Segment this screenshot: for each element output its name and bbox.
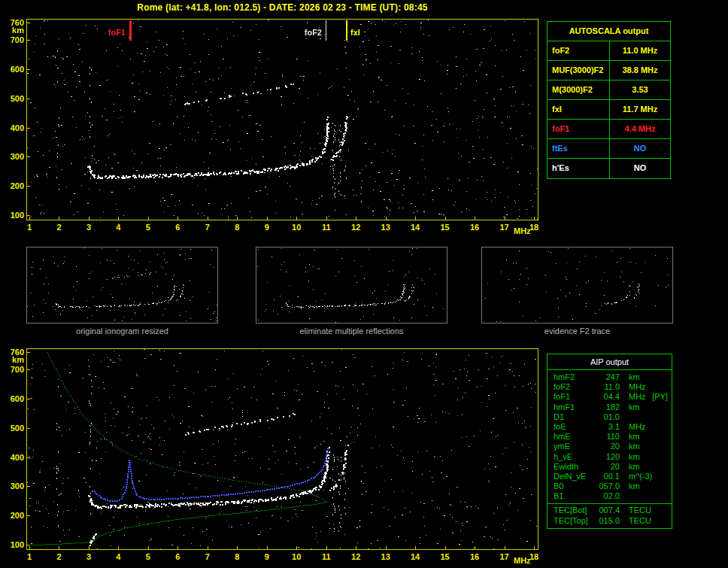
- parameter-value: 20: [593, 442, 620, 451]
- parameter-unit: [620, 412, 629, 422]
- thumbnail-caption-f2trace: evidence F2 trace: [481, 327, 673, 336]
- foF1-marker-label: foF1: [97, 28, 126, 37]
- aip-row-ymE: ymE20km: [548, 442, 672, 451]
- parameter-value: 20: [593, 462, 620, 472]
- profile-plot: [26, 348, 538, 550]
- x-axis-tick-label: 13: [381, 552, 390, 561]
- x-axis-tick-label: 16: [470, 552, 479, 561]
- x-axis-tick-label: 2: [56, 223, 61, 232]
- parameter-label: hmF2: [548, 372, 593, 382]
- y-axis-tick-label: 400: [2, 123, 24, 132]
- parameter-label: h_vE: [548, 452, 593, 462]
- parameter-label: ymE: [548, 442, 593, 451]
- autoscala-output-panel: AUTOSCALA output foF211.0 MHzMUF(3000)F2…: [547, 21, 671, 179]
- foF2-marker-label: foF2: [293, 28, 322, 37]
- parameter-label: TEC[Bot]: [548, 506, 593, 515]
- parameter-label: Ewidth: [548, 462, 593, 472]
- parameter-unit: km: [620, 442, 640, 451]
- x-axis-tick-label: 4: [116, 552, 120, 561]
- autoscala-row-foF1: foF14.4 MHz: [548, 120, 670, 139]
- parameter-value: NO: [610, 159, 670, 178]
- autoscala-row-foF2: foF211.0 MHz: [548, 41, 670, 61]
- y-axis-tick-label: 300: [2, 481, 24, 491]
- aip-row-foF2: foF211.0MHz: [548, 382, 672, 392]
- parameter-unit: MHz: [620, 422, 646, 432]
- parameter-unit: km: [620, 402, 640, 412]
- thumbnail-multiples-removed: [256, 247, 447, 323]
- y-axis-tick-label: 400: [2, 453, 24, 462]
- autoscala-row-h'Es: h'EsNO: [548, 159, 670, 178]
- x-axis-tick-label: 10: [292, 223, 301, 232]
- y-axis-tick-label: 200: [2, 181, 24, 190]
- parameter-label: hmE: [548, 432, 593, 442]
- fxI-marker-label: fxI: [350, 28, 360, 37]
- parameter-value: 02.0: [593, 491, 620, 501]
- x-axis-tick-label: 7: [205, 223, 210, 232]
- y-axis-unit-label: km: [2, 355, 24, 364]
- parameter-label: fxI: [548, 100, 610, 119]
- parameter-value: 01.0: [593, 412, 620, 422]
- parameter-label: foF2: [548, 382, 593, 392]
- parameter-unit: km: [620, 481, 640, 491]
- parameter-label: D1: [548, 412, 593, 422]
- parameter-label: MUF(3000)F2: [548, 61, 610, 80]
- parameter-label: foF1: [548, 392, 593, 402]
- autoscala-window: Rome (lat: +41.8, lon: 012.5) - DATE: 20…: [0, 0, 728, 568]
- x-axis-tick-label: 15: [440, 552, 449, 561]
- profile-canvas: [27, 349, 538, 549]
- parameter-unit: TECU: [620, 516, 651, 526]
- parameter-value: 11.0: [593, 382, 620, 392]
- aip-row-Ewidth: Ewidth20km: [548, 462, 672, 472]
- parameter-unit: m^(-3): [620, 472, 652, 481]
- aip-tec-rows: TEC[Bot]007.4TECUTEC[Top]015.0TECU: [548, 503, 672, 525]
- parameter-unit: km: [620, 462, 640, 472]
- x-axis-tick-label: 2: [56, 552, 61, 561]
- parameter-unit: [620, 491, 629, 501]
- aip-row-h_vE: h_vE120km: [548, 452, 672, 462]
- parameter-flag: [PY]: [652, 392, 672, 402]
- aip-row-B0: B0057.0km: [548, 481, 672, 491]
- thumbnail-caption-original: original ionogram resized: [26, 327, 218, 336]
- parameter-label: h'Es: [548, 159, 610, 178]
- x-axis-tick-label: 11: [322, 552, 331, 561]
- parameter-value: 182: [593, 402, 620, 412]
- x-axis-tick-label: 12: [351, 552, 360, 561]
- aip-row-hmF2: hmF2247km: [548, 372, 672, 382]
- x-axis-tick-label: 12: [351, 223, 360, 232]
- parameter-label: B0: [548, 481, 593, 491]
- autoscala-rows: foF211.0 MHzMUF(3000)F238.8 MHzM(3000)F2…: [548, 41, 670, 178]
- x-axis-unit-label: MHz: [514, 556, 531, 565]
- parameter-unit: MHz: [620, 392, 646, 402]
- parameter-unit: km: [620, 452, 640, 462]
- x-axis-tick-label: 16: [470, 223, 479, 232]
- aip-row-hmF1: hmF1182km: [548, 402, 672, 412]
- parameter-value: 3.53: [610, 80, 670, 99]
- x-axis-unit-label: MHz: [514, 226, 531, 235]
- x-axis-tick-label: 6: [175, 223, 180, 232]
- parameter-label: M(3000)F2: [548, 80, 610, 99]
- x-axis-tick-label: 1: [27, 552, 32, 561]
- autoscala-row-ftEs: ftEsNO: [548, 139, 670, 159]
- autoscala-row-fxI: fxI11.7 MHz: [548, 100, 670, 120]
- parameter-label: foE: [548, 422, 593, 432]
- autoscala-row-M(3000)F2: M(3000)F23.53: [548, 80, 670, 100]
- x-axis-tick-label: 3: [86, 223, 91, 232]
- x-axis-tick-label: 6: [175, 552, 180, 561]
- x-axis-tick-label: 1: [27, 223, 32, 232]
- parameter-value: 3.1: [593, 422, 620, 432]
- fxI-marker-line: [346, 20, 347, 41]
- parameter-value: 00.1: [593, 472, 620, 481]
- x-axis-tick-label: 4: [116, 223, 120, 232]
- foF1-marker-line: [129, 20, 132, 41]
- aip-row-D1: D101.0: [548, 412, 672, 422]
- y-axis-tick-label: 500: [2, 424, 24, 433]
- y-axis-tick-label: 700: [2, 365, 24, 374]
- parameter-value: 015.0: [593, 516, 620, 526]
- x-axis-tick-label: 14: [411, 223, 420, 232]
- thumbnail-multiples-removed-canvas: [256, 248, 447, 323]
- parameter-label: foF1: [548, 120, 610, 138]
- y-axis-tick-label: 700: [2, 35, 24, 44]
- parameter-label: DelN_vE: [548, 472, 593, 481]
- aip-row-DelN_vE: DelN_vE00.1m^(-3): [548, 472, 672, 481]
- aip-row-TEC[Top]: TEC[Top]015.0TECU: [548, 516, 672, 526]
